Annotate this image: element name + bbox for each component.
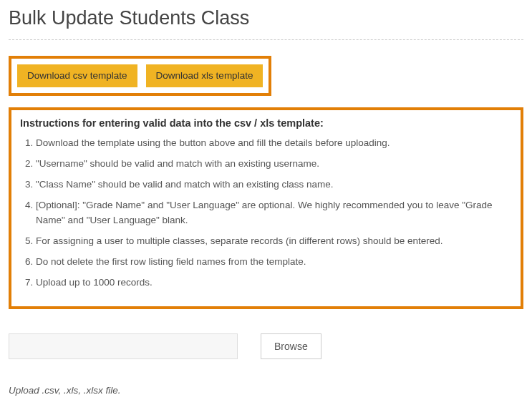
title-divider	[9, 39, 523, 40]
list-item: "Class Name" should be valid and match w…	[36, 177, 512, 192]
page-title: Bulk Update Students Class	[9, 7, 523, 29]
instructions-list: Download the template using the button a…	[20, 136, 512, 290]
file-path-display[interactable]	[9, 333, 238, 359]
file-upload-row: Browse	[9, 333, 523, 359]
download-csv-button[interactable]: Download csv template	[17, 64, 137, 87]
list-item: "Username" should be valid and match wit…	[36, 157, 512, 172]
upload-hint: Upload .csv, .xls, .xlsx file.	[9, 385, 523, 396]
list-item: [Optional]: "Grade Name" and "User Langu…	[36, 198, 512, 228]
list-item: Upload up to 1000 records.	[36, 275, 512, 291]
list-item: Download the template using the button a…	[36, 136, 512, 151]
browse-button[interactable]: Browse	[261, 333, 321, 359]
list-item: Do not delete the first row listing fiel…	[36, 255, 512, 270]
instructions-heading: Instructions for entering valid data int…	[20, 117, 512, 129]
download-template-group: Download csv template Download xls templ…	[9, 56, 271, 96]
download-xls-button[interactable]: Download xls template	[146, 64, 263, 87]
list-item: For assigning a user to multiple classes…	[36, 234, 512, 249]
instructions-panel: Instructions for entering valid data int…	[9, 107, 523, 308]
